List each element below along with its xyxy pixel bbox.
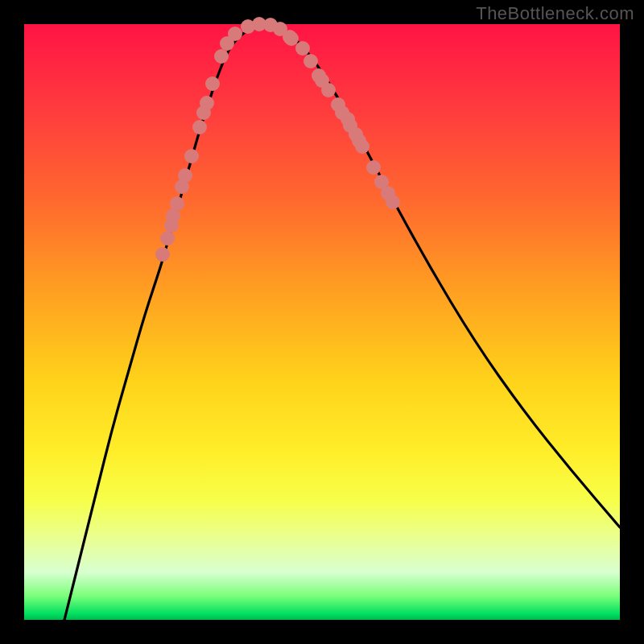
data-marker [366, 160, 381, 175]
data-marker [170, 196, 184, 211]
chart-frame: TheBottleneck.com [0, 0, 644, 644]
data-marker [205, 76, 220, 91]
data-marker [228, 27, 242, 41]
data-marker [200, 96, 214, 110]
data-marker [321, 83, 336, 97]
data-marker [386, 195, 400, 209]
chart-svg [24, 24, 620, 620]
data-marker [341, 112, 355, 126]
data-marker [214, 49, 229, 64]
data-marker [192, 120, 207, 134]
data-marker [295, 41, 310, 56]
marker-group [155, 17, 400, 262]
watermark-text: TheBottleneck.com [476, 3, 634, 24]
data-marker [284, 31, 299, 46]
data-marker [178, 168, 192, 183]
data-marker [312, 68, 326, 83]
data-marker [184, 149, 199, 163]
plot-area [24, 24, 620, 620]
data-marker [303, 54, 318, 68]
data-marker [160, 231, 175, 246]
data-marker [355, 139, 369, 154]
data-marker [155, 247, 170, 262]
